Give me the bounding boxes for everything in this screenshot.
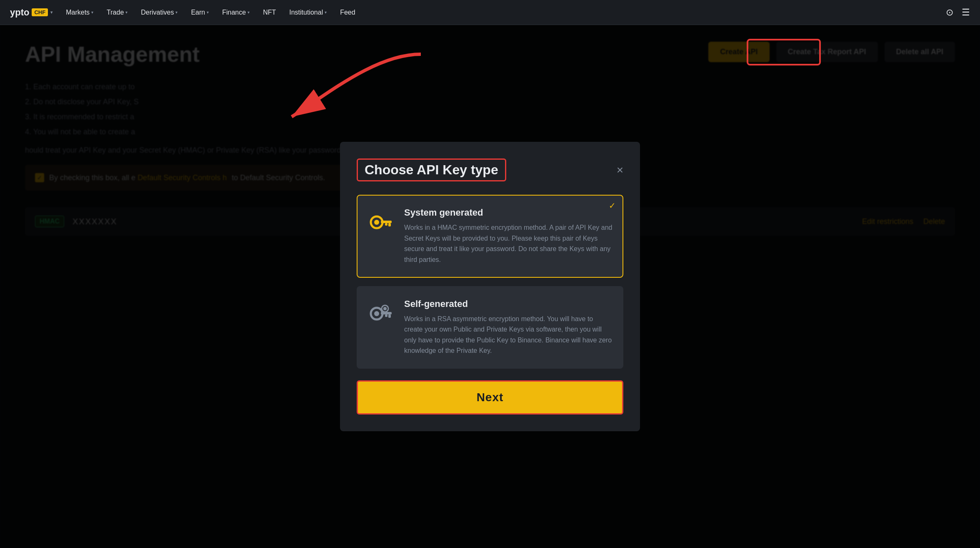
nav-item-trade-label: Trade (107, 9, 124, 16)
user-profile-icon[interactable]: ⊙ (946, 7, 953, 18)
annotation-arrow (208, 42, 425, 133)
self-generated-icon (368, 299, 394, 325)
svg-rect-9 (388, 314, 391, 318)
nav-logo-text: ypto (10, 7, 29, 18)
nav-item-institutional[interactable]: Institutional ▾ (289, 9, 327, 16)
system-generated-content: System generated Works in a HMAC symmetr… (404, 207, 612, 265)
derivatives-chevron-down-icon: ▾ (175, 10, 178, 15)
earn-chevron-down-icon: ▾ (207, 10, 209, 15)
modal-header: Choose API Key type × (357, 158, 623, 181)
svg-rect-10 (385, 314, 388, 317)
finance-chevron-down-icon: ▾ (248, 10, 250, 15)
trade-chevron-down-icon: ▾ (125, 10, 128, 15)
nav-item-feed-label: Feed (340, 9, 355, 16)
markets-chevron-down-icon: ▾ (91, 10, 93, 15)
nav-logo[interactable]: ypto CHF ▾ (10, 7, 52, 18)
logo-chevron-down-icon: ▾ (50, 10, 52, 15)
institutional-chevron-down-icon: ▾ (325, 10, 327, 15)
nav-item-trade[interactable]: Trade ▾ (107, 9, 128, 16)
modal-close-button[interactable]: × (617, 164, 623, 176)
svg-point-12 (383, 307, 387, 310)
system-generated-title: System generated (404, 207, 612, 218)
nav-item-nft[interactable]: NFT (263, 9, 276, 16)
nav-item-institutional-label: Institutional (289, 9, 323, 16)
svg-rect-3 (381, 221, 392, 223)
svg-point-7 (374, 311, 379, 316)
nav-item-earn-label: Earn (191, 9, 205, 16)
system-generated-option[interactable]: System generated Works in a HMAC symmetr… (357, 195, 623, 277)
modal-overlay: Choose API Key type × System generated W… (0, 25, 980, 548)
nav-item-nft-label: NFT (263, 9, 276, 16)
nav-item-markets-label: Markets (66, 9, 90, 16)
navbar: ypto CHF ▾ Markets ▾ Trade ▾ Derivatives… (0, 0, 980, 25)
svg-rect-5 (385, 223, 388, 226)
system-generated-desc: Works in a HMAC symmetric encryption met… (404, 222, 612, 265)
nav-logo-badge[interactable]: CHF (32, 8, 48, 16)
next-button[interactable]: Next (357, 380, 623, 415)
self-generated-title: Self-generated (404, 299, 612, 309)
nav-item-earn[interactable]: Earn ▾ (191, 9, 209, 16)
system-generated-checkmark: ✓ (609, 201, 616, 211)
modal-title: Choose API Key type (357, 158, 506, 181)
nav-item-finance-label: Finance (222, 9, 246, 16)
key-icon (369, 209, 392, 232)
nav-item-derivatives[interactable]: Derivatives ▾ (141, 9, 178, 16)
nav-item-markets[interactable]: Markets ▾ (66, 9, 93, 16)
nav-item-derivatives-label: Derivatives (141, 9, 174, 16)
svg-rect-4 (388, 223, 391, 226)
self-generated-desc: Works in a RSA asymmetric encryption met… (404, 314, 612, 356)
nav-right: ⊙ ☰ (946, 7, 970, 18)
api-key-type-modal: Choose API Key type × System generated W… (340, 142, 640, 431)
nav-item-feed[interactable]: Feed (340, 9, 355, 16)
nav-item-finance[interactable]: Finance ▾ (222, 9, 250, 16)
self-generated-content: Self-generated Works in a RSA asymmetric… (404, 299, 612, 356)
next-button-wrapper: Next (357, 380, 623, 415)
self-generated-option[interactable]: Self-generated Works in a RSA asymmetric… (357, 286, 623, 369)
system-generated-icon (368, 207, 394, 234)
hamburger-menu-icon[interactable]: ☰ (962, 7, 970, 18)
svg-point-2 (374, 220, 379, 225)
rsa-key-icon (369, 300, 392, 324)
